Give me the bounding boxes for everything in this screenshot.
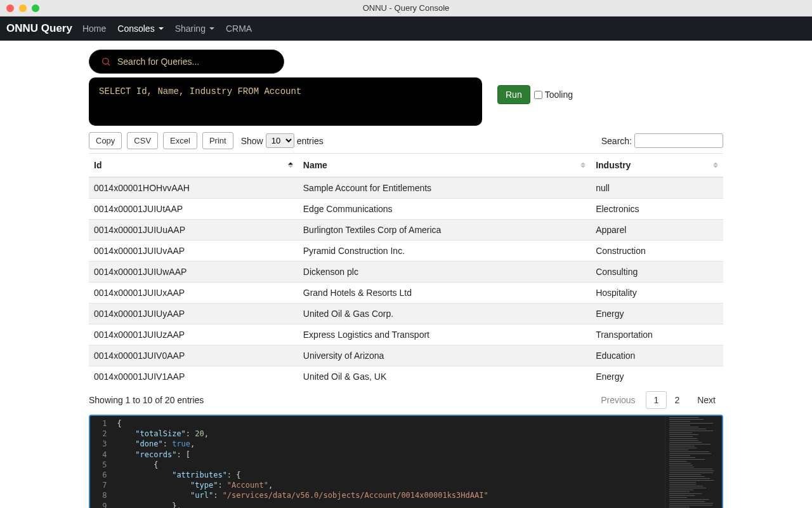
cell-name: Sample Account for Entitlements (298, 177, 591, 199)
cell-name: Grand Hotels & Resorts Ltd (298, 283, 591, 304)
editor-minimap[interactable] (665, 416, 722, 508)
cell-industry: Transportation (591, 324, 723, 345)
datatable-search-input[interactable] (634, 133, 723, 148)
cell-id: 0014x00001JUIUyAAP (89, 304, 298, 324)
window-titlebar: ONNU - Query Console (0, 0, 812, 17)
table-row[interactable]: 0014x00001HOHvvAAHSample Account for Ent… (89, 177, 723, 199)
cell-id: 0014x00001JUIV1AAP (89, 366, 298, 387)
datatable-info: Showing 1 to 10 of 20 entries (89, 395, 204, 405)
column-header-name[interactable]: Name (298, 154, 591, 178)
cell-id: 0014x00001JUIUtAAP (89, 199, 298, 220)
cell-id: 0014x00001JUIUwAAP (89, 262, 298, 283)
query-search-pill[interactable] (89, 50, 284, 74)
cell-name: Express Logistics and Transport (298, 324, 591, 345)
search-icon (101, 57, 111, 67)
table-row[interactable]: 0014x00001JUIUvAAPPyramid Construction I… (89, 241, 723, 262)
table-row[interactable]: 0014x00001JUIV0AAPUniversity of ArizonaE… (89, 345, 723, 366)
cell-industry: Education (591, 345, 723, 366)
sort-arrows-icon (288, 163, 293, 168)
paginate-previous[interactable]: Previous (593, 392, 643, 408)
datatable-search: Search: (601, 133, 723, 148)
print-button[interactable]: Print (202, 132, 233, 149)
svg-point-0 (103, 58, 108, 64)
cell-name: Dickenson plc (298, 262, 591, 283)
nav-item-crma[interactable]: CRMA (226, 23, 252, 34)
tooling-checkbox-label[interactable]: Tooling (534, 90, 573, 100)
nav-item-consoles[interactable]: Consoles (117, 23, 163, 34)
chevron-down-icon (159, 27, 164, 30)
cell-id: 0014x00001HOHvvAAH (89, 177, 298, 199)
window-controls (0, 4, 39, 12)
cell-id: 0014x00001JUIUzAAP (89, 324, 298, 345)
cell-id: 0014x00001JUIUvAAP (89, 241, 298, 262)
datatable-pagination: Previous 12 Next (593, 392, 723, 408)
cell-name: University of Arizona (298, 345, 591, 366)
datatable-search-label: Search: (601, 136, 632, 146)
minimize-window-button[interactable] (19, 4, 27, 12)
datatable-toolbar: CopyCSVExcelPrint Show 10 entries Search… (89, 132, 723, 149)
cell-name: Pyramid Construction Inc. (298, 241, 591, 262)
table-row[interactable]: 0014x00001JUIUzAAPExpress Logistics and … (89, 324, 723, 345)
table-row[interactable]: 0014x00001JUIV1AAPUnited Oil & Gas, UKEn… (89, 366, 723, 387)
excel-button[interactable]: Excel (163, 132, 197, 149)
query-editor[interactable]: SELECT Id, Name, Industry FROM Account (89, 77, 482, 126)
json-response-panel[interactable]: 123456789101112 { "totalSize": 20, "done… (89, 415, 723, 508)
cell-industry: Consulting (591, 262, 723, 283)
length-suffix: entries (297, 136, 324, 146)
chevron-down-icon (209, 27, 214, 30)
cell-name: Edge Communications (298, 199, 591, 220)
column-header-id[interactable]: Id (89, 154, 298, 178)
json-line-gutter: 123456789101112 (90, 416, 112, 508)
column-header-industry[interactable]: Industry (591, 154, 723, 178)
length-select[interactable]: 10 (266, 133, 294, 148)
brand[interactable]: ONNU Query (6, 22, 72, 35)
copy-button[interactable]: Copy (89, 132, 122, 149)
table-row[interactable]: 0014x00001JUIUtAAPEdge CommunicationsEle… (89, 199, 723, 220)
cell-industry: Energy (591, 304, 723, 324)
cell-industry: Energy (591, 366, 723, 387)
nav-item-sharing[interactable]: Sharing (175, 23, 214, 34)
cell-industry: Electronics (591, 199, 723, 220)
cell-name: United Oil & Gas, UK (298, 366, 591, 387)
main-navbar: ONNU Query HomeConsolesSharingCRMA (0, 17, 812, 41)
svg-line-1 (108, 64, 110, 65)
datatable-length: Show 10 entries (241, 133, 324, 148)
close-window-button[interactable] (6, 4, 14, 12)
csv-button[interactable]: CSV (127, 132, 158, 149)
length-prefix: Show (241, 136, 263, 146)
results-table: IdNameIndustry 0014x00001HOHvvAAHSample … (89, 153, 723, 387)
cell-industry: null (591, 177, 723, 199)
table-row[interactable]: 0014x00001JUIUwAAPDickenson plcConsultin… (89, 262, 723, 283)
maximize-window-button[interactable] (32, 4, 39, 12)
sort-arrows-icon (580, 163, 586, 168)
sort-arrows-icon (713, 163, 718, 168)
cell-id: 0014x00001JUIV0AAP (89, 345, 298, 366)
cell-industry: Construction (591, 241, 723, 262)
paginate-next[interactable]: Next (690, 392, 723, 408)
run-button[interactable]: Run (497, 85, 530, 104)
table-row[interactable]: 0014x00001JUIUxAAPGrand Hotels & Resorts… (89, 283, 723, 304)
cell-id: 0014x00001JUIUuAAP (89, 220, 298, 241)
nav-item-home[interactable]: Home (82, 23, 106, 34)
json-code[interactable]: { "totalSize": 20, "done": true, "record… (112, 416, 665, 508)
table-row[interactable]: 0014x00001JUIUuAAPBurlington Textiles Co… (89, 220, 723, 241)
cell-id: 0014x00001JUIUxAAP (89, 283, 298, 304)
cell-name: Burlington Textiles Corp of America (298, 220, 591, 241)
tooling-label-text: Tooling (545, 90, 573, 100)
window-title: ONNU - Query Console (363, 3, 450, 13)
cell-industry: Apparel (591, 220, 723, 241)
cell-name: United Oil & Gas Corp. (298, 304, 591, 324)
query-search-input[interactable] (117, 57, 272, 67)
paginate-page-2[interactable]: 2 (667, 392, 687, 408)
paginate-page-1[interactable]: 1 (646, 391, 667, 409)
cell-industry: Hospitality (591, 283, 723, 304)
table-row[interactable]: 0014x00001JUIUyAAPUnited Oil & Gas Corp.… (89, 304, 723, 324)
tooling-checkbox[interactable] (534, 91, 542, 99)
